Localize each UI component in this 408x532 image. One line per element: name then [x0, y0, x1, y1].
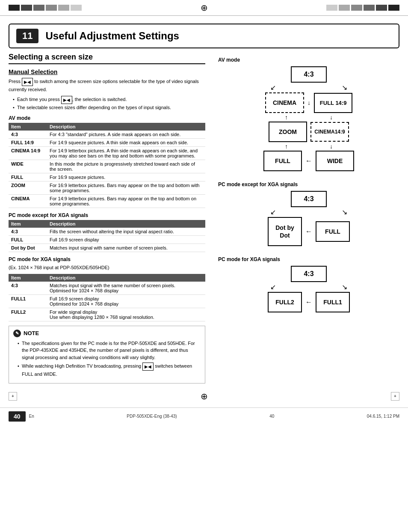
pc-xga-diag-flow: 4:3 ↙ ↘ FULL2 ← FULL1: [218, 266, 399, 312]
pc-xga-except-table: Item Description 4:3 Fills the screen wi…: [9, 220, 205, 252]
av-diag-flow: 4:3 ↙ ↘ CINEMA ↓ FULL 14:9 ↑ ↓: [218, 66, 399, 171]
pc-xga-diag-title: PC mode for XGA signals: [218, 256, 399, 262]
row-desc: For 16:9 squeeze pictures.: [47, 173, 205, 181]
manual-selection-body: Press ▶◀ to switch among the screen size…: [9, 78, 205, 93]
row-desc: For 4:3 "standard" pictures. A side mask…: [47, 131, 205, 139]
row-desc: For 16:9 letterbox pictures. Bars may ap…: [47, 181, 205, 195]
button-icon-3: ▶◀: [142, 363, 154, 371]
button-icon: ▶◀: [22, 78, 33, 86]
page-number: 40: [9, 411, 26, 422]
row-desc: Full 16:9 screen displayOptimised for 10…: [47, 294, 205, 308]
row-item: FULL1: [9, 294, 47, 308]
table-row: WIDE In this mode the picture is progres…: [9, 160, 205, 173]
xga-diag-43: 4:3: [291, 266, 326, 282]
chapter-badge: 11: [16, 29, 38, 43]
table-row: ZOOM For 16:9 letterbox pictures. Bars m…: [9, 181, 205, 195]
row-item: FULL: [9, 236, 47, 244]
av-row-2: ZOOM CINEMA14:9: [269, 122, 349, 142]
table-row: CINEMA 14:9 For 14:9 letterbox pictures.…: [9, 147, 205, 160]
pc-xga-diagram: PC mode for XGA signals 4:3 ↙ ↘ FULL2 ← …: [218, 256, 399, 312]
left-arrow-3: ←: [305, 298, 312, 306]
av-col-desc: Description: [47, 123, 205, 131]
pc-xga-table: Item Description 4:3 Matches input signa…: [9, 274, 205, 321]
note-section: ✎ NOTE The specifications given for the …: [9, 326, 205, 383]
note-header: ✎ NOTE: [13, 330, 201, 337]
full14-box: FULL 14:9: [314, 93, 352, 113]
xga-arrow-left: ↙: [270, 283, 276, 291]
full-pc-box: FULL: [316, 221, 350, 242]
av-mode-table: Item Description 4:3 For 4:3 "standard" …: [9, 123, 205, 208]
row-item: FULL: [9, 173, 47, 181]
av-mode-title: AV mode: [9, 115, 205, 121]
table-row: FULL1 Full 16:9 screen displayOptimised …: [9, 294, 205, 308]
table-row: FULL Full 16:9 screen display: [9, 236, 205, 244]
bullet-2: The selectable screen sizes differ depen…: [13, 104, 205, 111]
footer-lang: En: [29, 414, 34, 419]
button-icon-2: ▶◀: [61, 96, 72, 104]
cinema-box: CINEMA: [265, 92, 304, 113]
footer-date: 04.6.15, 1:12 PM: [367, 414, 399, 419]
row-desc: Matches input signal with the same numbe…: [47, 282, 205, 295]
corner-mark-left: +: [9, 392, 17, 401]
row-desc: For 14:9 letterbox pictures. Bars may ap…: [47, 195, 205, 208]
table-row: FULL For 16:9 squeeze pictures.: [9, 173, 205, 181]
pc-xga-except-title: PC mode except for XGA signals: [9, 212, 205, 218]
corner-mark-right: +: [391, 392, 399, 401]
table-row: 4:3 For 4:3 "standard" pictures. A side …: [9, 131, 205, 139]
note-bullet-1: The specifications given for the PC mode…: [18, 340, 201, 361]
xga-row-1: FULL2 ← FULL1: [268, 292, 350, 312]
note-bullets: The specifications given for the PC mode…: [13, 340, 201, 378]
arrow-down-2: ↓: [330, 143, 333, 150]
row-item: ZOOM: [9, 181, 47, 195]
arrow-down-left: ↙: [270, 83, 276, 92]
pc-col-desc: Description: [47, 220, 205, 228]
left-column: Selecting a screen size Manual Selection…: [9, 53, 205, 383]
row-desc: Full 16:9 screen display: [47, 236, 205, 244]
table-row: Dot by Dot Matches input signal with sam…: [9, 244, 205, 252]
av-diag-title: AV mode: [218, 57, 399, 63]
page-title: Useful Adjustment Settings: [45, 30, 179, 42]
zoom-box: ZOOM: [269, 122, 307, 142]
row-item: 4:3: [9, 282, 47, 295]
manual-selection-bullets: Each time you press ▶◀, the selection is…: [9, 96, 205, 111]
table-row: CINEMA For 14:9 letterbox pictures. Bars…: [9, 195, 205, 208]
arrow-down-mid: ↓: [330, 114, 333, 121]
row-item: CINEMA 14:9: [9, 147, 47, 160]
pc-row-1: Dot byDot ← FULL: [268, 217, 350, 246]
note-icon: ✎: [13, 330, 21, 337]
pc-except-diagram: PC mode except for XGA signals 4:3 ↙ ↘ D…: [218, 181, 399, 246]
row-item: 4:3: [9, 228, 47, 236]
row-desc: For 14:9 squeeze pictures. A thin side m…: [47, 139, 205, 147]
manual-selection-title: Manual Selection: [9, 68, 205, 75]
crosshair-bottom: ⊕: [201, 391, 208, 401]
pc-xga-title: PC mode for XGA signals: [9, 256, 205, 262]
dot-by-dot-box: Dot byDot: [268, 217, 302, 246]
row-desc: For wide signal displayUse when displayi…: [47, 308, 205, 321]
page-footer: 40 En PDP-505XDE-Eng (38-43) 40 04.6.15,…: [0, 407, 408, 425]
xga-arrow-right: ↘: [342, 283, 347, 291]
crosshair-center: ⊕: [201, 3, 208, 13]
full1-box: FULL1: [316, 292, 350, 312]
arrow-down: ↓: [307, 99, 310, 106]
bullet-1: Each time you press ▶◀, the selection is…: [13, 96, 205, 104]
xga-col-item: Item: [9, 274, 47, 282]
row-item: WIDE: [9, 160, 47, 173]
full2-box: FULL2: [268, 292, 302, 312]
wide-box: WIDE: [316, 151, 354, 171]
av-col-item: Item: [9, 123, 47, 131]
table-row: FULL 14:9 For 14:9 squeeze pictures. A t…: [9, 139, 205, 147]
av-diag-43: 4:3: [291, 66, 326, 83]
row-item: FULL2: [9, 308, 47, 321]
av-mode-diagram: AV mode 4:3 ↙ ↘ CINEMA ↓ FULL 14:9: [218, 57, 399, 171]
pc-except-diag-flow: 4:3 ↙ ↘ Dot byDot ← FULL: [218, 191, 399, 246]
page-header: 11 Useful Adjustment Settings: [9, 24, 399, 48]
arrow-up-2: ↑: [285, 143, 288, 150]
pc-diag-43: 4:3: [291, 191, 326, 207]
row-item: FULL 14:9: [9, 139, 47, 147]
row-desc: Fills the screen without altering the in…: [47, 228, 205, 236]
row-item: CINEMA: [9, 195, 47, 208]
table-row: 4:3 Fills the screen without altering th…: [9, 228, 205, 236]
row-desc: In this mode the picture is progressivel…: [47, 160, 205, 173]
cinema14-box: CINEMA14:9: [310, 122, 349, 142]
note-title: NOTE: [24, 330, 39, 336]
